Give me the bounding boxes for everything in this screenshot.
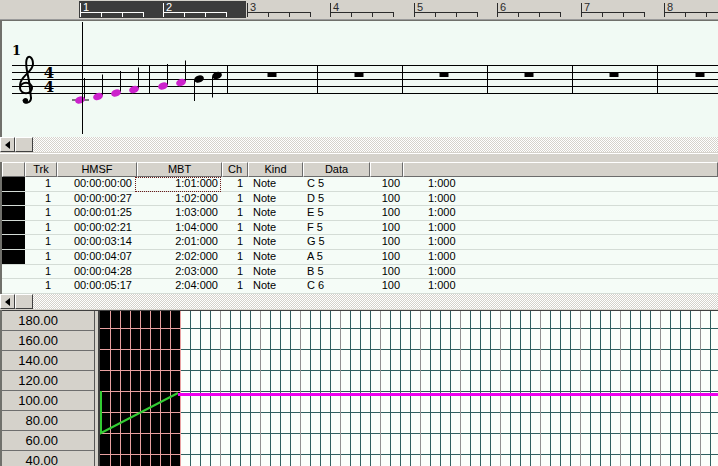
event-cell-duration[interactable]: 1:000 [403, 279, 718, 293]
event-cell-velocity[interactable]: 100 [370, 265, 403, 279]
selected-event-marker[interactable] [2, 192, 25, 206]
event-cell-ch[interactable]: 1 [222, 192, 248, 206]
event-cell-mbt[interactable]: 1:02:000 [137, 192, 222, 206]
tempo-view-pane[interactable]: 180.00160.00140.00120.00100.0080.0060.00… [0, 310, 718, 466]
time-ruler[interactable]: 12345678 [0, 0, 718, 20]
event-cell-hmsf[interactable]: 00:00:03:14 [57, 235, 137, 249]
scrollbar-track[interactable] [33, 137, 718, 152]
event-cell-ch[interactable]: 1 [222, 235, 248, 249]
event-cell-mbt[interactable]: 2:03:000 [137, 265, 222, 279]
event-cell-velocity[interactable]: 100 [370, 250, 403, 264]
event-row[interactable]: 100:00:05:172:04:0001NoteC 61001:000 [2, 279, 718, 294]
event-cell-kind[interactable]: Note [248, 265, 303, 279]
event-row[interactable]: 100:00:02:211:04:0001NoteF 51001:000 [2, 221, 718, 236]
event-cell-mbt[interactable]: 2:01:000 [137, 235, 222, 249]
event-header-ch[interactable]: Ch [222, 162, 248, 177]
event-cell-hmsf[interactable]: 00:00:00:27 [57, 192, 137, 206]
event-header-mbt[interactable]: MBT [137, 162, 222, 177]
event-row[interactable]: 100:00:04:282:03:0001NoteB 51001:000 [2, 265, 718, 280]
event-cell-hmsf[interactable]: 00:00:00:00 [57, 177, 137, 191]
staff-horizontal-scrollbar[interactable] [0, 137, 718, 153]
event-cell-hmsf[interactable]: 00:00:01:25 [57, 206, 137, 220]
event-cell-velocity[interactable]: 100 [370, 235, 403, 249]
event-cell-data[interactable]: G 5 [303, 235, 370, 249]
selected-event-marker[interactable] [2, 235, 25, 249]
pane-splitter-1[interactable] [0, 153, 718, 162]
event-cell-data[interactable]: D 5 [303, 192, 370, 206]
selected-event-marker[interactable] [2, 221, 25, 235]
event-header-blank0[interactable] [2, 162, 25, 177]
scroll-left-button[interactable] [0, 137, 15, 152]
event-row[interactable]: 100:00:04:072:02:0001NoteA 51001:000 [2, 250, 718, 265]
event-cell-trk[interactable]: 1 [25, 265, 57, 279]
scroll-left-button[interactable] [0, 294, 15, 309]
event-cell-duration[interactable]: 1:000 [403, 235, 718, 249]
event-horizontal-scrollbar[interactable] [0, 294, 718, 310]
event-cell-duration[interactable]: 1:000 [403, 221, 718, 235]
event-cell-velocity[interactable]: 100 [370, 177, 403, 191]
event-cell-ch[interactable]: 1 [222, 221, 248, 235]
event-cell-trk[interactable]: 1 [25, 279, 57, 293]
selected-event-marker[interactable] [2, 250, 25, 264]
event-cell-data[interactable]: C 6 [303, 279, 370, 293]
event-header-data[interactable]: Data [303, 162, 370, 177]
event-row[interactable]: 100:00:01:251:03:0001NoteE 51001:000 [2, 206, 718, 221]
event-cell-trk[interactable]: 1 [25, 250, 57, 264]
event-cell-data[interactable]: B 5 [303, 265, 370, 279]
event-cell-ch[interactable]: 1 [222, 177, 248, 191]
event-cell-trk[interactable]: 1 [25, 206, 57, 220]
event-cell-mbt[interactable]: 1:03:000 [137, 206, 222, 220]
event-cell-ch[interactable]: 1 [222, 250, 248, 264]
event-list-header[interactable]: TrkHMSFMBTChKindData [2, 162, 718, 177]
event-header-kind[interactable]: Kind [248, 162, 303, 177]
event-marker[interactable] [2, 265, 25, 279]
event-cell-velocity[interactable]: 100 [370, 192, 403, 206]
event-cell-hmsf[interactable]: 00:00:04:28 [57, 265, 137, 279]
selected-event-marker[interactable] [2, 177, 25, 191]
event-cell-data[interactable]: F 5 [303, 221, 370, 235]
event-cell-ch[interactable]: 1 [222, 265, 248, 279]
event-row[interactable]: 100:00:00:271:02:0001NoteD 51001:000 [2, 192, 718, 207]
event-cell-hmsf[interactable]: 00:00:05:17 [57, 279, 137, 293]
note-e5[interactable] [110, 71, 122, 98]
event-cell-hmsf[interactable]: 00:00:02:21 [57, 221, 137, 235]
scrollbar-thumb[interactable] [15, 137, 33, 152]
event-header-blank8[interactable] [403, 162, 718, 177]
event-header-hmsf[interactable]: HMSF [57, 162, 137, 177]
event-cell-duration[interactable]: 1:000 [403, 265, 718, 279]
event-cell-kind[interactable]: Note [248, 192, 303, 206]
event-cell-duration[interactable]: 1:000 [403, 177, 718, 191]
event-cell-data[interactable]: C 5 [303, 177, 370, 191]
event-cell-data[interactable]: A 5 [303, 250, 370, 264]
event-cell-hmsf[interactable]: 00:00:04:07 [57, 250, 137, 264]
note-b5[interactable] [193, 74, 205, 101]
event-cell-kind[interactable]: Note [248, 221, 303, 235]
event-marker[interactable] [2, 279, 25, 293]
event-list-pane[interactable]: TrkHMSFMBTChKindData 100:00:00:001:01:00… [0, 162, 718, 310]
event-cell-kind[interactable]: Note [248, 279, 303, 293]
event-cell-trk[interactable]: 1 [25, 192, 57, 206]
event-cell-duration[interactable]: 1:000 [403, 206, 718, 220]
event-cell-kind[interactable]: Note [248, 177, 303, 191]
event-row[interactable]: 100:00:03:142:01:0001NoteG 51001:000 [2, 235, 718, 250]
event-cell-kind[interactable]: Note [248, 235, 303, 249]
event-cell-kind[interactable]: Note [248, 250, 303, 264]
event-header-trk[interactable]: Trk [25, 162, 57, 177]
event-cell-ch[interactable]: 1 [222, 206, 248, 220]
note-c5[interactable] [74, 78, 86, 105]
event-cell-mbt[interactable]: 2:02:000 [137, 250, 222, 264]
event-cell-mbt[interactable]: 1:01:000 [137, 177, 222, 191]
event-cell-kind[interactable]: Note [248, 206, 303, 220]
event-cell-trk[interactable]: 1 [25, 235, 57, 249]
event-cell-trk[interactable]: 1 [25, 177, 57, 191]
event-cell-velocity[interactable]: 100 [370, 206, 403, 220]
event-list-rows[interactable]: 100:00:00:001:01:0001NoteC 51001:000100:… [2, 177, 718, 294]
event-cell-mbt[interactable]: 2:04:000 [137, 279, 222, 293]
note-g5[interactable] [157, 64, 169, 91]
event-cell-mbt[interactable]: 1:04:000 [137, 221, 222, 235]
staff-view-pane[interactable]: 1 4 4 [0, 20, 718, 153]
event-header-blank7[interactable] [370, 162, 403, 177]
event-cell-velocity[interactable]: 100 [370, 221, 403, 235]
event-cell-duration[interactable]: 1:000 [403, 250, 718, 264]
event-cell-velocity[interactable]: 100 [370, 279, 403, 293]
